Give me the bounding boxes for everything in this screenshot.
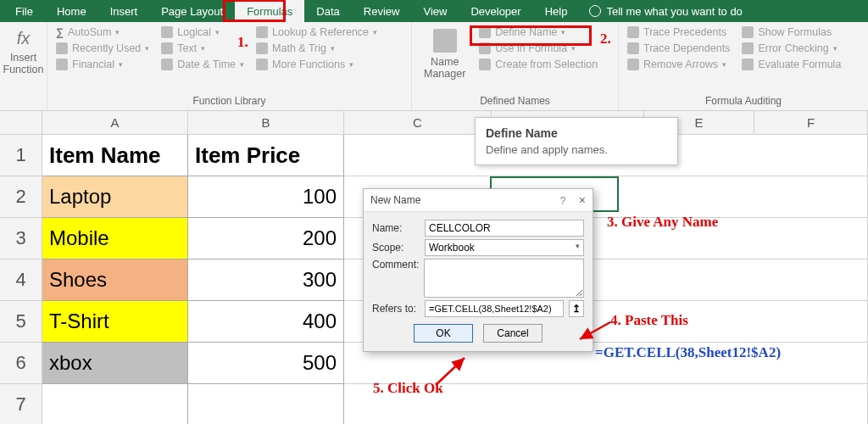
cell-a4[interactable]: Shoes: [42, 259, 188, 301]
trace-precedents-button[interactable]: Trace Precedents: [624, 25, 733, 39]
cell-b5[interactable]: 400: [188, 301, 344, 343]
use-in-formula-button[interactable]: Use in Formula: [476, 42, 601, 55]
text-icon: [161, 42, 173, 54]
insert-function-button[interactable]: fx Insert Function: [5, 25, 42, 80]
name-manager-button[interactable]: Name Manager: [417, 25, 472, 84]
dialog-titlebar[interactable]: New Name ? ×: [364, 189, 593, 212]
cancel-button[interactable]: Cancel: [483, 324, 542, 343]
bulb-icon: [589, 5, 601, 17]
tab-view[interactable]: View: [411, 0, 459, 22]
define-name-button[interactable]: Define Name: [476, 25, 601, 39]
col-header-b[interactable]: B: [188, 111, 344, 135]
cell-b4[interactable]: 300: [188, 259, 344, 301]
tab-data[interactable]: Data: [304, 0, 351, 22]
comment-textarea[interactable]: [424, 259, 584, 298]
evaluate-formula-icon: [742, 59, 754, 70]
name-manager-icon: [433, 29, 457, 53]
row-header-1[interactable]: 1: [0, 135, 42, 176]
insert-function-label: Insert Function: [3, 53, 44, 76]
show-formulas-icon: [742, 26, 754, 38]
refers-to-input[interactable]: [425, 300, 564, 317]
cell-b7[interactable]: [188, 384, 344, 424]
col-header-c[interactable]: C: [344, 111, 492, 135]
trace-dependents-label: Trace Dependents: [643, 42, 730, 54]
tab-insert[interactable]: Insert: [98, 0, 150, 22]
define-name-tooltip: Define Name Define and apply names.: [475, 117, 678, 165]
svg-line-0: [580, 322, 610, 339]
formula-auditing-group-label: Formula Auditing: [624, 93, 863, 110]
cell-b6[interactable]: 500: [188, 343, 344, 384]
recent-icon: [56, 42, 68, 54]
comment-field-label: Comment:: [372, 259, 419, 271]
callout-formula: =GET.CELL(38,Sheet12!$A2): [595, 344, 781, 361]
create-selection-icon: [479, 59, 491, 70]
text-button[interactable]: Text: [158, 42, 248, 55]
tooltip-body: Define and apply names.: [486, 143, 667, 156]
column-headers: A B C D E F: [0, 111, 868, 135]
lookup-button[interactable]: Lookup & Reference: [253, 25, 381, 39]
tab-pagelayout[interactable]: Page Layout: [149, 0, 235, 22]
evaluate-formula-button[interactable]: Evaluate Formula: [738, 58, 844, 71]
remove-arrows-button[interactable]: Remove Arrows: [624, 58, 733, 71]
group-defined-names: Name Manager Define Name Use in Formula …: [412, 22, 619, 110]
tab-home[interactable]: Home: [45, 0, 98, 22]
tab-review[interactable]: Review: [352, 0, 412, 22]
col-header-a[interactable]: A: [42, 111, 188, 135]
tab-help[interactable]: Help: [533, 0, 580, 22]
financial-button[interactable]: Financial: [53, 58, 153, 71]
error-checking-button[interactable]: Error Checking: [738, 42, 844, 55]
show-formulas-label: Show Formulas: [758, 26, 832, 38]
create-from-selection-button[interactable]: Create from Selection: [476, 58, 601, 71]
row-header-5[interactable]: 5: [0, 301, 42, 343]
name-manager-label: Name Manager: [424, 57, 465, 81]
row-header-7[interactable]: 7: [0, 384, 42, 424]
range-picker-button[interactable]: ↥: [569, 300, 584, 317]
datetime-button[interactable]: Date & Time: [158, 58, 248, 71]
cell-a6[interactable]: xbox: [42, 343, 188, 384]
cell-a1[interactable]: Item Name: [42, 135, 188, 176]
tab-developer[interactable]: Developer: [459, 0, 532, 22]
tell-me-search[interactable]: Tell me what you want to do: [579, 0, 754, 22]
error-checking-label: Error Checking: [758, 42, 828, 54]
autosum-button[interactable]: ∑AutoSum: [53, 25, 153, 39]
cell-a3[interactable]: Mobile: [42, 218, 188, 259]
cell-a7[interactable]: [42, 384, 188, 424]
more-functions-button[interactable]: More Functions: [253, 58, 381, 71]
cell-a2[interactable]: Laptop: [42, 176, 188, 218]
text-label: Text: [177, 42, 197, 54]
create-selection-label: Create from Selection: [495, 59, 598, 70]
lookup-icon: [256, 26, 268, 38]
trace-precedents-icon: [627, 26, 639, 38]
show-formulas-button[interactable]: Show Formulas: [738, 25, 844, 39]
refers-to-label: Refers to:: [372, 303, 420, 315]
select-all-cell[interactable]: [0, 111, 42, 135]
cell-a5[interactable]: T-Shirt: [42, 301, 188, 343]
define-name-label: Define Name: [495, 26, 557, 38]
function-library-group-label: Function Library: [53, 93, 406, 110]
name-field-input[interactable]: [425, 220, 584, 237]
ribbon-tabs: File Home Insert Page Layout Formulas Da…: [0, 0, 868, 22]
recently-used-button[interactable]: Recently Used: [53, 42, 153, 55]
row-header-6[interactable]: 6: [0, 343, 42, 384]
ok-button[interactable]: OK: [414, 324, 473, 343]
tab-formulas[interactable]: Formulas: [235, 0, 304, 22]
scope-value: Workbook: [429, 242, 475, 254]
cell-b2[interactable]: 100: [188, 176, 344, 218]
row-header-2[interactable]: 2: [0, 176, 42, 218]
dialog-help-icon[interactable]: ?: [560, 195, 566, 207]
row-header-4[interactable]: 4: [0, 259, 42, 301]
logical-icon: [161, 26, 173, 38]
scope-select[interactable]: Workbook: [425, 239, 584, 256]
col-header-f[interactable]: F: [754, 111, 868, 135]
tab-file[interactable]: File: [3, 0, 45, 22]
trace-dependents-button[interactable]: Trace Dependents: [624, 42, 733, 55]
row-header-3[interactable]: 3: [0, 218, 42, 259]
datetime-label: Date & Time: [177, 59, 236, 70]
cell-b1[interactable]: Item Price: [188, 135, 344, 176]
more-label: More Functions: [272, 59, 345, 70]
math-button[interactable]: Math & Trig: [253, 42, 381, 55]
logical-label: Logical: [177, 26, 211, 38]
cell-b3[interactable]: 200: [188, 218, 344, 259]
logical-button[interactable]: Logical: [158, 25, 248, 39]
dialog-close-button[interactable]: ×: [579, 193, 586, 207]
